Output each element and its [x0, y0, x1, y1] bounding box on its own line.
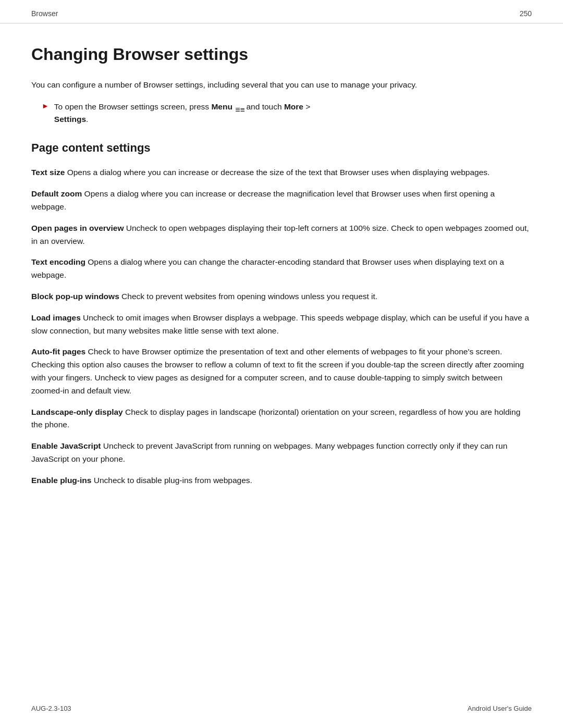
header-chapter-label: Browser	[31, 9, 58, 18]
bullet-prefix: To open the Browser settings screen, pre…	[54, 102, 212, 111]
setting-desc-block-popups: Check to prevent websites from opening w…	[119, 292, 377, 301]
bullet-middle: and touch	[244, 102, 284, 111]
setting-term-text-encoding: Text encoding	[31, 257, 85, 266]
footer-doc-title: Android User's Guide	[468, 705, 532, 712]
page-content-section-title: Page content settings	[31, 141, 532, 155]
page-container: Browser 250 Changing Browser settings Yo…	[0, 0, 563, 728]
header-page-number: 250	[520, 9, 532, 18]
page-header: Browser 250	[0, 0, 563, 23]
menu-icon: ≡	[235, 104, 243, 110]
setting-load-images: Load images Uncheck to omit images when …	[31, 312, 532, 338]
setting-landscape: Landscape-only display Check to display …	[31, 406, 532, 432]
setting-term-text-size: Text size	[31, 168, 65, 177]
setting-term-block-popups: Block pop-up windows	[31, 292, 119, 301]
settings-list: Text size Opens a dialog where you can i…	[31, 166, 532, 487]
setting-block-popups: Block pop-up windows Check to prevent we…	[31, 290, 532, 303]
setting-term-landscape: Landscape-only display	[31, 408, 123, 416]
setting-auto-fit: Auto-fit pages Check to have Browser opt…	[31, 346, 532, 397]
main-content: Changing Browser settings You can config…	[0, 23, 563, 527]
setting-desc-text-size: Opens a dialog where you can increase or…	[65, 168, 489, 177]
bullet-text: To open the Browser settings screen, pre…	[54, 101, 310, 126]
setting-term-load-images: Load images	[31, 313, 81, 322]
setting-term-auto-fit: Auto-fit pages	[31, 347, 85, 356]
setting-term-plugins: Enable plug-ins	[31, 476, 91, 485]
setting-open-pages: Open pages in overview Uncheck to open w…	[31, 222, 532, 248]
settings-label: Settings	[54, 115, 86, 124]
setting-text-encoding: Text encoding Opens a dialog where you c…	[31, 256, 532, 282]
setting-desc-plugins: Uncheck to disable plug-ins from webpage…	[91, 476, 252, 485]
page-footer: AUG-2.3-103 Android User's Guide	[0, 705, 563, 712]
setting-text-size: Text size Opens a dialog where you can i…	[31, 166, 532, 179]
bullet-arrow-icon: ►	[42, 102, 49, 110]
setting-desc-default-zoom: Opens a dialog where you can increase or…	[31, 189, 495, 211]
chapter-title: Changing Browser settings	[31, 44, 532, 64]
setting-term-javascript: Enable JavaScript	[31, 441, 101, 450]
setting-plugins: Enable plug-ins Uncheck to disable plug-…	[31, 474, 532, 487]
setting-javascript: Enable JavaScript Uncheck to prevent Jav…	[31, 440, 532, 466]
bullet-item: ► To open the Browser settings screen, p…	[31, 101, 532, 126]
setting-desc-load-images: Uncheck to omit images when Browser disp…	[31, 313, 529, 335]
more-label: More	[284, 102, 303, 111]
setting-default-zoom: Default zoom Opens a dialog where you ca…	[31, 188, 532, 214]
setting-desc-javascript: Uncheck to prevent JavaScript from runni…	[31, 441, 507, 463]
intro-paragraph: You can configure a number of Browser se…	[31, 79, 532, 91]
setting-term-open-pages: Open pages in overview	[31, 224, 124, 232]
setting-desc-auto-fit: Check to have Browser optimize the prese…	[31, 347, 524, 394]
menu-label: Menu	[211, 102, 232, 111]
setting-term-default-zoom: Default zoom	[31, 189, 82, 198]
setting-desc-text-encoding: Opens a dialog where you can change the …	[31, 257, 504, 279]
footer-doc-id: AUG-2.3-103	[31, 705, 71, 712]
